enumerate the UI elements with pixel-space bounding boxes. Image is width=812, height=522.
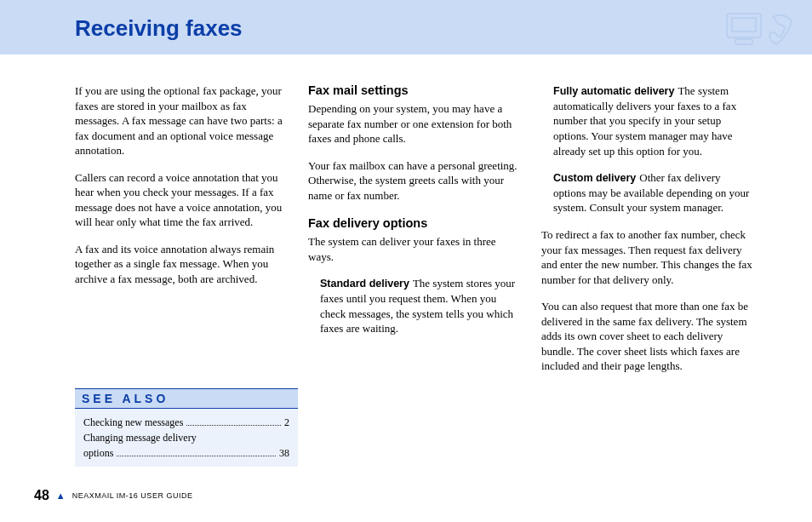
body-text: Callers can record a voice annotation th… xyxy=(75,170,286,230)
footer: 48 ▲ NEAXMAIL IM-16 USER GUIDE xyxy=(34,488,192,503)
subhead-fax-delivery-options: Fax delivery options xyxy=(308,216,519,230)
triangle-icon: ▲ xyxy=(56,490,66,501)
see-also-heading: SEE ALSO xyxy=(75,388,298,409)
dot-leader xyxy=(186,425,281,426)
body-text: Depending on your system, you may have a… xyxy=(308,101,519,146)
guide-name: NEAXMAIL IM-16 USER GUIDE xyxy=(72,491,193,500)
delivery-standard: Standard deliveryThe system stores your … xyxy=(308,276,519,336)
runin-label: Custom delivery xyxy=(553,172,636,184)
header-band: Receiving faxes xyxy=(0,0,812,54)
body-text: A fax and its voice annotation always re… xyxy=(75,242,286,287)
body-text: Your fax mailbox can have a personal gre… xyxy=(308,158,519,204)
body-text: To redirect a fax to another fax number,… xyxy=(541,227,752,287)
see-also-label: Checking new messages xyxy=(83,415,183,430)
see-also-page: 38 xyxy=(279,445,289,461)
column-1: If you are using the optional fax packag… xyxy=(75,83,286,386)
see-also-body: Checking new messages 2 Changing message… xyxy=(75,409,298,467)
see-also-box: SEE ALSO Checking new messages 2 Changin… xyxy=(75,388,298,467)
page-title: Receiving faxes xyxy=(75,15,812,42)
content-area: If you are using the optional fax packag… xyxy=(0,54,812,386)
column-2: Fax mail settings Depending on your syst… xyxy=(308,83,519,386)
subhead-fax-mail-settings: Fax mail settings xyxy=(308,83,519,97)
svg-rect-1 xyxy=(732,18,756,32)
delivery-custom: Custom deliveryOther fax delivery option… xyxy=(541,170,752,215)
runin-label: Fully automatic delivery xyxy=(553,85,674,97)
body-text: You can also request that more than one … xyxy=(541,299,752,374)
see-also-page: 2 xyxy=(284,415,289,430)
see-also-label: Changing message delivery xyxy=(83,430,197,445)
see-also-item[interactable]: Changing message delivery options 38 xyxy=(83,430,289,461)
see-also-label-cont: options xyxy=(83,445,113,461)
body-text: If you are using the optional fax packag… xyxy=(75,83,286,158)
see-also-item[interactable]: Checking new messages 2 xyxy=(83,415,289,430)
page-number: 48 xyxy=(34,488,49,503)
runin-label: Standard delivery xyxy=(320,278,409,290)
body-text: The system can deliver your faxes in thr… xyxy=(308,234,519,264)
dot-leader xyxy=(117,456,276,456)
svg-rect-2 xyxy=(735,39,752,44)
delivery-automatic: Fully automatic deliveryThe system autom… xyxy=(541,83,752,158)
column-3: Fully automatic deliveryThe system autom… xyxy=(541,83,752,386)
fax-computer-icon xyxy=(723,9,800,49)
